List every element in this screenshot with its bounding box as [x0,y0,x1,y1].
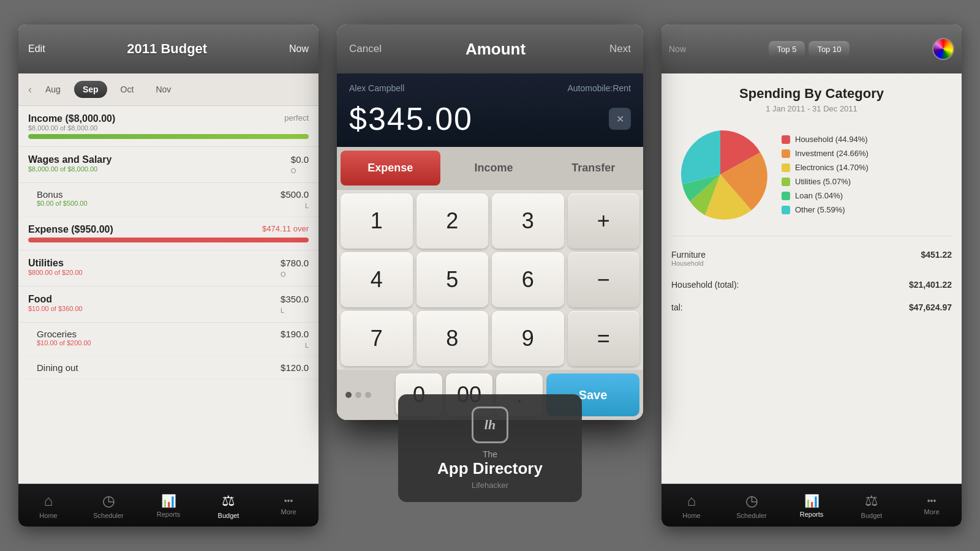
left-tab-bar: ⌂ Home ◷ Scheduler 📊 Reports ⚖ Budget ••… [18,484,318,527]
wages-section: Wages and Salary $8,000.00 of $8,000.00 … [18,147,318,183]
income-label: Income ($8,000.00) [28,113,115,124]
key-equals[interactable]: = [568,311,640,366]
spending-row-furniture: Furniture Household $451.22 [671,244,952,274]
more-icon-right: ••• [927,496,937,506]
tab-more-right[interactable]: ••• More [902,496,962,515]
top5-button[interactable]: Top 5 [769,41,805,58]
amount-display: Alex Campbell Automobile:Rent $345.00 ✕ [337,73,643,147]
more-label-left: More [281,508,296,515]
chart-area: Household (44.94%) Investment (24.66%) E… [671,126,952,223]
legend-investment: Investment (24.66%) [782,149,869,158]
watermark-the: The [417,449,564,459]
groceries-amount: $190.0L [281,329,309,350]
dining-amount: $120.0 [281,362,309,373]
loan-dot [782,192,790,200]
cancel-button[interactable]: Cancel [349,43,382,55]
footer-dots [341,373,392,416]
groceries-item: Groceries $10.00 of $200.00 $190.0L [18,323,318,356]
total-amount: $47,624.97 [909,302,952,312]
reports-label-right: Reports [800,511,824,518]
other-label: Other (5.59%) [795,205,845,214]
key-7[interactable]: 7 [341,311,413,366]
more-label-right: More [924,508,939,515]
food-amount: $350.0L [281,294,309,315]
top-buttons: Top 5 Top 10 [769,41,850,58]
pie-chart [671,126,769,223]
budget-icon-right: ⚖ [865,492,878,509]
other-dot [782,206,790,214]
budget-title: 2011 Budget [127,41,207,57]
key-4[interactable]: 4 [341,252,413,307]
budget-label-left: Budget [218,512,239,519]
month-sep[interactable]: Sep [74,81,107,98]
key-5[interactable]: 5 [417,252,489,307]
prev-month-arrow[interactable]: ‹ [28,83,32,96]
tab-reports-right[interactable]: 📊 Reports [782,493,842,518]
edit-button[interactable]: Edit [28,43,45,54]
bonus-sub: $0.00 of $500.00 [37,200,88,207]
tab-budget-left[interactable]: ⚖ Budget [198,492,258,519]
reports-label-left: Reports [157,511,181,518]
key-1[interactable]: 1 [341,193,413,249]
furniture-label: Furniture [671,250,706,260]
now-button-left[interactable]: Now [289,43,309,54]
category-label: Automobile:Rent [567,83,631,93]
now-button-right[interactable]: Now [669,44,686,54]
income-progress-fill [28,134,309,139]
watermark-icon: lh [472,407,508,443]
legend-loan: Loan (5.04%) [782,191,869,200]
loan-label: Loan (5.04%) [795,191,843,200]
key-3[interactable]: 3 [492,193,564,249]
user-info: Alex Campbell Automobile:Rent [349,83,631,93]
utilities-amount: $780.0O [281,258,309,279]
next-button[interactable]: Next [609,43,631,55]
income-type-button[interactable]: Income [444,147,544,189]
tab-more-left[interactable]: ••• More [258,496,318,515]
electronics-dot [782,163,790,172]
wages-sub: $8,000.00 of $8,000.00 [28,165,111,173]
key-plus[interactable]: + [568,193,640,249]
groceries-label: Groceries [37,329,91,339]
scheduler-icon-right: ◷ [745,492,758,509]
key-2[interactable]: 2 [417,193,489,249]
income-progress [28,134,309,139]
type-selector: Expense Income Transfer [337,147,643,190]
tab-home-right[interactable]: ⌂ Home [662,492,722,519]
top10-button[interactable]: Top 10 [809,41,850,58]
household-total-label: Household (total): [671,280,739,290]
key-minus[interactable]: − [568,252,640,307]
expense-type-button[interactable]: Expense [341,151,440,186]
tab-home-left[interactable]: ⌂ Home [18,492,78,519]
modal-header: Cancel Amount Next [337,24,643,73]
home-icon-right: ⌂ [687,492,696,509]
tab-scheduler-right[interactable]: ◷ Scheduler [722,492,782,519]
bonus-amount: $500.0L [281,189,309,210]
expense-section: Expense ($950.00) $474.11 over [18,217,318,250]
clear-button[interactable]: ✕ [609,108,631,130]
month-oct[interactable]: Oct [112,81,143,98]
food-sub: $10.00 of $360.00 [28,305,83,312]
tab-scheduler-left[interactable]: ◷ Scheduler [78,492,138,519]
transfer-type-button[interactable]: Transfer [543,147,643,189]
month-nav: ‹ Aug Sep Oct Nov [18,73,318,106]
electronics-label: Electronics (14.70%) [795,163,869,172]
bonus-label: Bonus [37,189,88,200]
key-6[interactable]: 6 [492,252,564,307]
month-aug[interactable]: Aug [37,81,69,98]
month-nov[interactable]: Nov [147,81,179,98]
key-8[interactable]: 8 [417,311,489,366]
food-section: Food $10.00 of $360.00 $350.0L [18,287,318,323]
color-wheel[interactable] [932,38,954,60]
key-9[interactable]: 9 [492,311,564,366]
bonus-item: Bonus $0.00 of $500.00 $500.0L [18,183,318,217]
groceries-sub: $10.00 of $200.00 [37,339,91,347]
legend-other: Other (5.59%) [782,205,869,214]
watermark: lh The App Directory Lifehacker [398,394,582,502]
tab-budget-right[interactable]: ⚖ Budget [842,492,902,519]
dot-1 [345,392,352,398]
tab-reports-left[interactable]: 📊 Reports [138,493,198,518]
utilities-legend-label: Utilities (5.07%) [795,177,851,186]
wages-amount: $0.0O [291,154,309,175]
utilities-label: Utilities [28,258,83,269]
household-total-amount: $21,401.22 [909,280,952,290]
